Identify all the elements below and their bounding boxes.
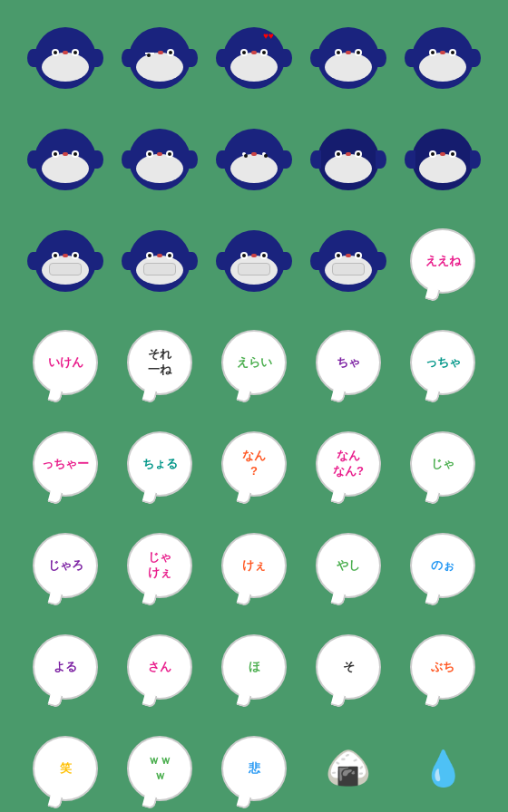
speech-bubble: じゃろ xyxy=(33,533,98,598)
grid-cell xyxy=(114,111,205,208)
speech-bubble: いけん xyxy=(33,330,98,395)
speech-bubble: じゃ けぇ xyxy=(127,533,192,598)
speech-bubble: 笑 xyxy=(33,736,98,801)
grid-cell: っちゃー xyxy=(20,415,111,513)
puffer-character xyxy=(129,27,190,89)
emoji-grid: ♥♥ええねいけんそれ 一ねえらいちゃっちゃっちゃーちょるなん ?なん なん?じゃ… xyxy=(11,0,497,812)
puffer-character xyxy=(34,129,96,190)
puffer-character xyxy=(129,230,190,292)
puffer-character xyxy=(318,27,379,89)
puffer-character xyxy=(318,129,379,190)
speech-bubble: ｗｗ ｗ xyxy=(127,736,192,801)
speech-bubble: ちょる xyxy=(127,431,192,497)
grid-cell xyxy=(209,212,299,310)
grid-cell: ｗｗ ｗ xyxy=(114,720,205,812)
grid-cell: えらい xyxy=(209,314,299,411)
grid-cell: ほ xyxy=(209,618,299,716)
grid-cell: ♥♥ xyxy=(209,9,299,107)
grid-cell xyxy=(303,111,394,208)
grid-cell: そ xyxy=(303,618,394,716)
grid-cell xyxy=(20,111,111,208)
grid-cell: ちょる xyxy=(114,415,205,513)
grid-cell: 悲 xyxy=(209,720,299,812)
grid-cell: さん xyxy=(114,618,205,716)
emoji-icon: 🍙 xyxy=(326,750,371,787)
speech-bubble: じゃ xyxy=(410,431,475,497)
grid-cell: 🍙 xyxy=(303,720,394,812)
grid-cell: じゃ けぇ xyxy=(114,517,205,614)
grid-cell xyxy=(114,212,205,310)
grid-cell: じゃ xyxy=(397,415,488,513)
grid-cell: なん ? xyxy=(209,415,299,513)
grid-cell: よる xyxy=(20,618,111,716)
grid-cell xyxy=(397,111,488,208)
speech-bubble: なん なん? xyxy=(316,431,381,497)
grid-cell: ええね xyxy=(397,212,488,310)
grid-cell xyxy=(20,212,111,310)
drop-icon: 💧 xyxy=(422,749,464,788)
speech-bubble: 悲 xyxy=(221,736,287,801)
puffer-character xyxy=(129,129,190,190)
speech-bubble: それ 一ね xyxy=(127,330,192,395)
speech-bubble: っちゃ xyxy=(410,330,475,395)
speech-bubble: なん ? xyxy=(221,431,287,497)
speech-bubble: ちゃ xyxy=(316,330,381,395)
puffer-character xyxy=(412,129,474,190)
speech-bubble: ほ xyxy=(221,634,287,700)
grid-cell xyxy=(397,9,488,107)
speech-bubble: そ xyxy=(316,634,381,700)
speech-bubble: けぇ xyxy=(221,533,287,598)
grid-cell xyxy=(209,111,299,208)
grid-cell: なん なん? xyxy=(303,415,394,513)
grid-cell xyxy=(20,9,111,107)
puffer-character xyxy=(223,129,285,190)
speech-bubble: ぶち xyxy=(410,634,475,700)
speech-bubble: えらい xyxy=(221,330,287,395)
puffer-character xyxy=(223,230,285,292)
speech-bubble: さん xyxy=(127,634,192,700)
grid-cell: っちゃ xyxy=(397,314,488,411)
grid-cell: いけん xyxy=(20,314,111,411)
speech-bubble: のぉ xyxy=(410,533,475,598)
grid-cell: じゃろ xyxy=(20,517,111,614)
grid-cell: 笑 xyxy=(20,720,111,812)
grid-cell: それ 一ね xyxy=(114,314,205,411)
speech-bubble: ええね xyxy=(410,228,475,294)
grid-cell xyxy=(114,9,205,107)
grid-cell: やし xyxy=(303,517,394,614)
grid-cell: ぶち xyxy=(397,618,488,716)
grid-cell: 💧 xyxy=(397,720,488,812)
puffer-character xyxy=(318,230,379,292)
puffer-character xyxy=(412,27,474,89)
speech-bubble: っちゃー xyxy=(33,431,98,497)
grid-cell xyxy=(303,212,394,310)
grid-cell: ちゃ xyxy=(303,314,394,411)
speech-bubble: よる xyxy=(33,634,98,700)
grid-cell: けぇ xyxy=(209,517,299,614)
grid-cell: のぉ xyxy=(397,517,488,614)
puffer-character: ♥♥ xyxy=(223,27,285,89)
speech-bubble: やし xyxy=(316,533,381,598)
puffer-character xyxy=(34,27,96,89)
puffer-character xyxy=(34,230,96,292)
grid-cell xyxy=(303,9,394,107)
